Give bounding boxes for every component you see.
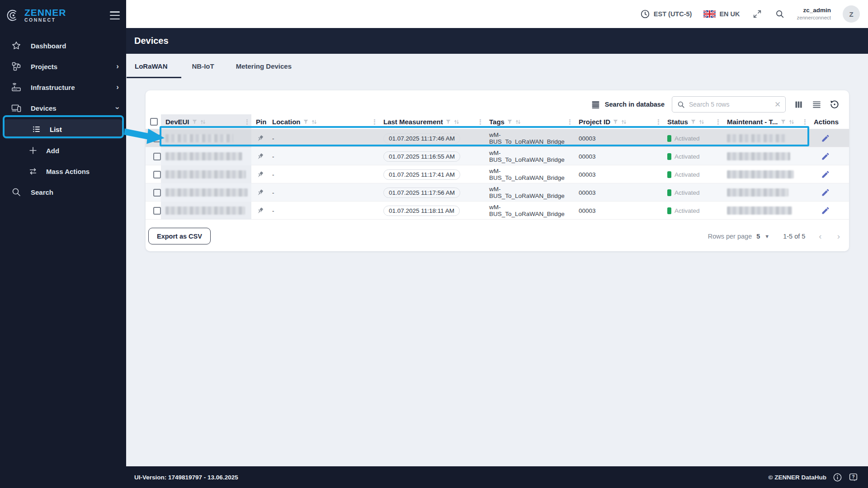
sort-icon[interactable] [200, 119, 206, 125]
column-header-tags[interactable]: Tags ⋮ [485, 114, 574, 129]
column-menu-icon[interactable]: ⋮ [477, 118, 485, 126]
star-icon [11, 40, 22, 51]
sidebar-item-list[interactable]: List [4, 119, 123, 139]
maintenant-redacted [727, 134, 786, 142]
table-row[interactable]: - 01.07.2025 11:17:56 AM wM-BUS_To_LoRaW… [146, 183, 849, 202]
status-badge: Activated [667, 171, 700, 178]
timezone-selector[interactable]: EST (UTC-5) [640, 9, 692, 19]
sort-icon[interactable] [788, 119, 795, 125]
column-header-pin[interactable]: Pin [251, 114, 268, 129]
sort-icon[interactable] [453, 119, 460, 125]
column-header-last-measurement[interactable]: Last Measurement ⋮ [379, 114, 485, 129]
table-row[interactable]: - 01.07.2025 11:17:46 AM wM-BUS_To_LoRaW… [146, 129, 849, 147]
fullscreen-icon[interactable] [752, 9, 763, 19]
rows-per-page-select[interactable]: Rows per page 5 ▼ [708, 233, 770, 240]
export-csv-button[interactable]: Export as CSV [148, 228, 211, 244]
filter-icon[interactable] [613, 119, 618, 125]
sidebar-item-infrastructure[interactable]: Infrastructure › [0, 77, 126, 98]
brand-logo-icon[interactable] [6, 9, 20, 22]
info-icon[interactable] [833, 473, 842, 482]
global-search-icon[interactable] [774, 9, 785, 19]
brand-subtitle: CONNECT [24, 17, 110, 23]
sort-icon[interactable] [311, 119, 317, 125]
edit-pencil-icon[interactable] [819, 150, 832, 163]
column-header-actions: Actions [809, 114, 849, 129]
column-header-project-id[interactable]: Project ID ⋮ [574, 114, 663, 129]
deveui-redacted [165, 170, 246, 178]
sidebar-item-dashboard[interactable]: Dashboard [0, 35, 126, 56]
row-checkbox[interactable] [153, 189, 161, 197]
column-menu-icon[interactable]: ⋮ [655, 118, 663, 126]
columns-icon[interactable] [793, 99, 804, 110]
pushpin-icon[interactable] [256, 170, 264, 179]
deveui-redacted [165, 134, 233, 142]
user-menu[interactable]: zc_admin zennerconnect [797, 7, 831, 21]
project-id-cell: 00003 [574, 165, 663, 183]
column-menu-icon[interactable]: ⋮ [715, 118, 722, 126]
sort-icon[interactable] [698, 119, 705, 125]
pushpin-icon[interactable] [256, 134, 264, 143]
tags-cell: wM-BUS_To_LoRaWAN_Bridge [485, 202, 574, 220]
sort-icon[interactable] [621, 119, 627, 125]
edit-pencil-icon[interactable] [819, 204, 832, 217]
tab-metering-devices[interactable]: Metering Devices [225, 54, 302, 78]
search-in-database-toggle[interactable]: Search in database [591, 100, 665, 109]
user-organization: zennerconnect [797, 14, 831, 21]
help-icon[interactable]: ? [849, 473, 858, 482]
next-page-icon[interactable]: › [837, 232, 840, 240]
table-toolbar: Search in database ✕ [146, 90, 849, 112]
column-header-location[interactable]: Location ⋮ [268, 114, 379, 129]
column-header-deveui[interactable]: DevEUI ⋮ [161, 114, 251, 129]
previous-page-icon[interactable]: ‹ [819, 232, 821, 240]
pushpin-icon[interactable] [256, 206, 264, 215]
table-row[interactable]: - 01.07.2025 11:16:55 AM wM-BUS_To_LoRaW… [146, 147, 849, 165]
edit-pencil-icon[interactable] [819, 186, 832, 199]
filter-icon[interactable] [507, 119, 513, 125]
column-menu-icon[interactable]: ⋮ [566, 118, 574, 126]
project-id-cell: 00003 [574, 183, 663, 202]
filter-icon[interactable] [192, 119, 198, 125]
tags-cell: wM-BUS_To_LoRaWAN_Bridge [485, 129, 574, 147]
language-selector[interactable]: EN UK [703, 10, 740, 18]
sidebar-item-mass-actions[interactable]: Mass Actions [0, 161, 126, 182]
devices-table-card: Search in database ✕ DevEUI ⋮ Pin [146, 90, 849, 251]
filter-icon[interactable] [445, 119, 451, 125]
edit-pencil-icon[interactable] [819, 168, 832, 181]
tab-lorawan[interactable]: LoRaWAN [127, 54, 181, 78]
page-title-bar: Devices [126, 28, 868, 54]
row-checkbox[interactable] [153, 153, 161, 160]
column-header-status[interactable]: Status ⋮ [663, 114, 722, 129]
table-row[interactable]: - 01.07.2025 11:18:11 AM wM-BUS_To_LoRaW… [146, 202, 849, 220]
column-menu-icon[interactable]: ⋮ [802, 118, 809, 126]
column-menu-icon[interactable]: ⋮ [244, 118, 251, 126]
sidebar-item-projects[interactable]: Projects › [0, 56, 126, 77]
restore-history-icon[interactable] [829, 99, 840, 110]
pushpin-icon[interactable] [256, 152, 264, 161]
status-badge: Activated [667, 207, 700, 214]
row-checkbox[interactable] [153, 207, 161, 215]
row-checkbox[interactable] [153, 171, 161, 178]
edit-pencil-icon[interactable] [819, 132, 832, 145]
pushpin-icon[interactable] [256, 188, 264, 197]
avatar[interactable]: Z [843, 5, 860, 23]
timezone-label: EST (UTC-5) [654, 10, 692, 18]
sort-icon[interactable] [515, 119, 521, 125]
row-density-icon[interactable] [811, 99, 822, 110]
filter-icon[interactable] [690, 119, 696, 125]
filter-icon[interactable] [780, 119, 786, 125]
column-menu-icon[interactable]: ⋮ [371, 118, 379, 126]
row-checkbox[interactable] [153, 135, 161, 142]
menu-hamburger-icon[interactable] [110, 11, 120, 19]
table-search-box: ✕ [672, 96, 786, 113]
page-title: Devices [134, 36, 169, 46]
clear-search-icon[interactable]: ✕ [774, 100, 781, 109]
tab-nbiot[interactable]: NB-IoT [181, 54, 225, 78]
sidebar-item-search[interactable]: Search [0, 182, 126, 202]
table-row[interactable]: - 01.07.2025 11:17:41 AM wM-BUS_To_LoRaW… [146, 165, 849, 183]
table-search-input[interactable] [689, 101, 771, 108]
sidebar-item-devices[interactable]: Devices › [0, 98, 126, 118]
filter-icon[interactable] [303, 119, 309, 125]
sidebar-item-add[interactable]: Add [0, 140, 126, 161]
column-header-maintenant[interactable]: Maintenant - T... ⋮ [722, 114, 809, 129]
select-all-checkbox[interactable] [150, 118, 158, 126]
